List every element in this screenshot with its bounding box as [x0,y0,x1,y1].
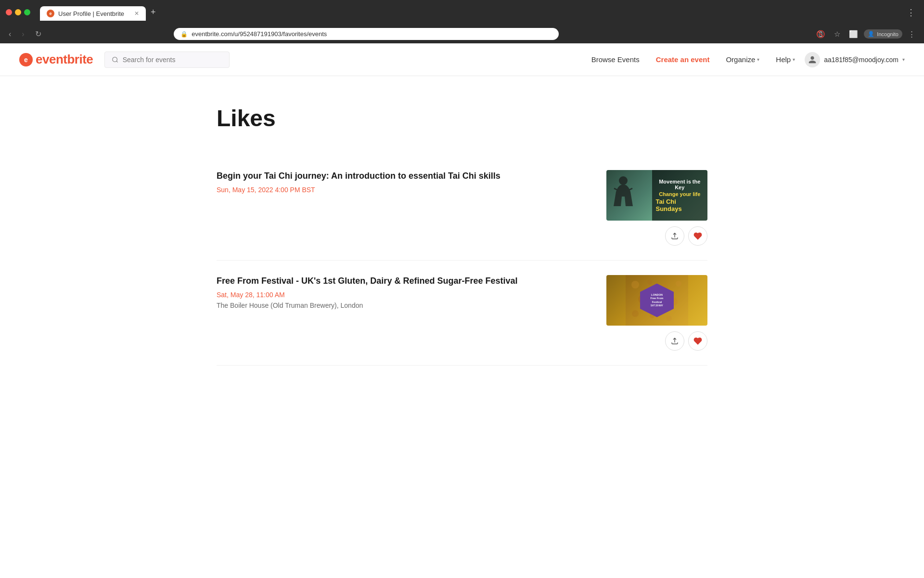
event-actions-free-from [665,331,707,351]
url-text: eventbrite.com/u/952487191903/favorites/… [192,30,327,38]
user-avatar-icon [805,52,820,67]
svg-point-0 [113,57,117,62]
active-tab[interactable]: e User Profile | Eventbrite ✕ [40,6,146,21]
tab-title: User Profile | Eventbrite [58,10,124,17]
event-list: Begin your Tai Chi journey: An introduct… [217,156,707,366]
event-info-tai-chi: Begin your Tai Chi journey: An introduct… [217,170,606,197]
lock-icon: 🔒 [180,31,188,38]
heart-icon [693,232,702,240]
minimize-window-button[interactable] [15,9,21,15]
event-image-free-from: LONDONFree FromFestivalSAT 28 MAY [606,275,707,326]
event-image-tai-chi: Movement is the Key Change your life Tai… [606,170,707,221]
help-label: Help [776,55,791,64]
traffic-lights [6,9,30,15]
site-header: e eventbrite Browse Events Create an eve… [0,43,924,76]
logo[interactable]: e eventbrite [19,52,93,67]
user-chevron-icon: ▾ [902,57,905,62]
browser-chrome: e User Profile | Eventbrite ✕ + ⋮ ‹ › ↻ … [0,0,924,43]
organize-dropdown[interactable]: Organize ▾ [719,52,766,67]
chrome-more-button[interactable]: ⋮ [905,28,918,40]
help-chevron-icon: ▾ [793,57,795,62]
like-button-free-from[interactable] [688,331,707,351]
svg-point-11 [632,310,639,317]
browser-titlebar: e User Profile | Eventbrite ✕ + ⋮ [0,0,924,25]
organize-label: Organize [726,55,755,64]
search-bar[interactable] [104,52,230,68]
svg-point-13 [666,315,672,321]
user-menu[interactable]: aa181f85@moodjoy.com ▾ [805,52,905,67]
svg-point-2 [619,176,628,185]
reload-button[interactable]: ↻ [32,27,44,40]
forward-button[interactable]: › [19,28,27,40]
tai-chi-overlay-line2: Change your life [659,191,700,197]
tai-chi-overlay: Movement is the Key Change your life Tai… [652,170,708,221]
back-button[interactable]: ‹ [6,28,14,40]
table-row: Begin your Tai Chi journey: An introduct… [217,156,707,261]
maximize-window-button[interactable] [24,9,30,15]
main-content: Likes Begin your Tai Chi journey: An int… [197,76,727,394]
free-from-badge-text: LONDONFree FromFestivalSAT 28 MAY [648,290,667,310]
user-circle-icon: 👤 [868,31,874,37]
person-silhouette-icon [611,175,635,213]
tai-chi-image-bg: Movement is the Key Change your life Tai… [606,170,707,221]
event-location-free-from: The Boiler House (Old Truman Brewery), L… [217,302,587,309]
svg-point-5 [647,280,652,285]
main-nav: Browse Events Create an event Organize ▾… [585,52,905,67]
event-info-free-from: Free From Festival - UK's 1st Gluten, Da… [217,275,606,309]
tai-chi-overlay-line4: Tai Chi Sundays [656,198,704,212]
close-window-button[interactable] [6,9,12,15]
share-button-tai-chi[interactable] [665,226,684,246]
event-image-section-free-from: LONDONFree FromFestivalSAT 28 MAY [606,275,707,351]
tai-chi-overlay-line1: Movement is the Key [656,179,704,190]
share-button-free-from[interactable] [665,331,684,351]
share-icon [670,232,679,240]
incognito-label: Incognito [877,31,898,37]
event-date-free-from: Sat, May 28, 11:00 AM [217,291,587,299]
extensions-button[interactable]: ⬜ [846,28,861,40]
user-email: aa181f85@moodjoy.com [824,56,898,64]
tab-close-button[interactable]: ✕ [134,10,139,17]
logo-text: eventbrite [36,52,93,67]
address-bar[interactable]: 🔒 eventbrite.com/u/952487191903/favorite… [174,28,559,40]
create-event-link[interactable]: Create an event [649,52,717,67]
site-wrapper: e eventbrite Browse Events Create an eve… [0,43,924,394]
event-title-tai-chi[interactable]: Begin your Tai Chi journey: An introduct… [217,170,587,182]
event-date-tai-chi: Sun, May 15, 2022 4:00 PM BST [217,186,587,194]
svg-line-1 [116,61,118,62]
search-icon [112,56,118,64]
incognito-indicator: 👤 Incognito [864,29,902,39]
svg-point-4 [631,281,639,289]
logo-icon: e [19,53,33,66]
browse-events-link[interactable]: Browse Events [585,52,646,67]
organize-chevron-icon: ▾ [757,57,759,62]
screen-cast-button[interactable]: 📵 [813,28,828,40]
event-actions-tai-chi [665,226,707,246]
new-tab-button[interactable]: + [147,4,160,21]
free-from-image-bg: LONDONFree FromFestivalSAT 28 MAY [606,275,707,326]
table-row: Free From Festival - UK's 1st Gluten, Da… [217,261,707,366]
search-input[interactable] [123,56,223,64]
page-title: Likes [217,105,707,131]
tab-bar: e User Profile | Eventbrite ✕ + [34,4,900,21]
event-title-free-from[interactable]: Free From Festival - UK's 1st Gluten, Da… [217,275,587,287]
tab-favicon: e [47,10,54,17]
chrome-menu-button[interactable]: ⋮ [904,5,918,20]
browser-toolbar: 📵 ☆ ⬜ 👤 Incognito ⋮ [813,28,918,40]
event-image-section-tai-chi: Movement is the Key Change your life Tai… [606,170,707,246]
bookmark-button[interactable]: ☆ [831,28,843,40]
heart-icon [693,337,702,345]
address-bar-row: ‹ › ↻ 🔒 eventbrite.com/u/952487191903/fa… [0,25,924,43]
share-icon [670,337,679,345]
svg-point-7 [676,281,681,287]
like-button-tai-chi[interactable] [688,226,707,246]
help-dropdown[interactable]: Help ▾ [769,52,802,67]
